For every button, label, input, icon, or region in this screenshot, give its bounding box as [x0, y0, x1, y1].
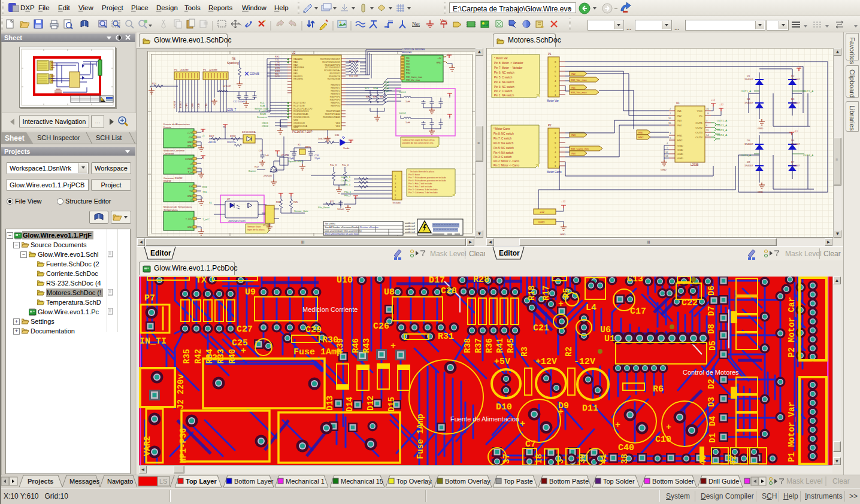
svg-text:Size A4 Number =Document: Size A4 Number =DocumentNumber	[325, 226, 360, 229]
svg-text:Buzzer: Buzzer	[249, 169, 256, 172]
svg-text:C26: C26	[373, 321, 389, 332]
svg-text:D30: D30	[335, 133, 340, 136]
svg-text:EN2: EN2	[638, 136, 644, 139]
svg-text:+: +	[390, 341, 396, 351]
svg-text:D8: D8	[707, 324, 716, 334]
svg-text:No =title=: No =title=	[325, 222, 336, 225]
svg-text:U7: U7	[227, 198, 231, 201]
svg-text:=address1: =address1	[405, 222, 415, 224]
svg-text:D15: D15	[387, 397, 396, 412]
svg-text:R25: R25	[293, 201, 298, 204]
svg-text:U1: U1	[676, 102, 680, 105]
svg-text:D7: D7	[791, 160, 795, 163]
svg-text:GND: GND	[187, 226, 193, 229]
svg-text:Control de Motores: Control de Motores	[683, 369, 739, 376]
svg-text:Mechanical 15: Mechanical 15	[341, 478, 383, 485]
svg-text:D5: D5	[747, 139, 750, 142]
svg-text:D4: D4	[747, 98, 750, 101]
svg-text:16: 16	[706, 107, 709, 110]
svg-text:* Teclado libre de la placa: * Teclado libre de la placa	[408, 171, 435, 173]
svg-text:1N4007: 1N4007	[744, 78, 753, 81]
svg-text:D2: D2	[707, 379, 716, 389]
svg-text:R40: R40	[228, 349, 237, 364]
svg-text:R9: R9	[373, 95, 377, 98]
svg-text:-12V: -12V	[574, 357, 595, 367]
svg-text:1uF: 1uF	[265, 154, 269, 157]
svg-text:+12: +12	[719, 103, 724, 106]
svg-text:OUT3_A: OUT3_A	[717, 129, 727, 132]
svg-text:1N4007: 1N4007	[791, 101, 800, 104]
svg-text:R3: R3	[520, 347, 529, 357]
svg-text:+12: +12	[561, 200, 566, 203]
svg-text:Pin 5: NC switch: Pin 5: NC switch	[493, 147, 514, 150]
svg-text:SCL: SCL	[365, 87, 370, 90]
svg-text:Mask Level: Mask Level	[786, 477, 823, 485]
svg-text:OUT2_A: OUT2_A	[717, 124, 727, 127]
svg-text:D8: D8	[747, 160, 750, 163]
svg-text:Pin 3: Columna 3 del teclado: Pin 3: Columna 3 del teclado	[408, 189, 438, 191]
svg-text:U10: U10	[337, 277, 353, 286]
svg-text:TX: TX	[196, 277, 207, 286]
svg-text:+5: +5	[202, 134, 205, 137]
svg-text:X1: X1	[298, 143, 301, 146]
svg-text:SW_Var_max: SW_Var_max	[571, 78, 588, 81]
svg-text:42: 42	[728, 455, 738, 465]
svg-text:D6: D6	[707, 286, 716, 296]
svg-text:10: 10	[668, 117, 671, 120]
svg-text:R4/7: R4/7	[209, 135, 214, 138]
svg-text:C22: C22	[682, 298, 698, 308]
svg-text:R36: R36	[484, 338, 494, 353]
svg-text:OUT4_A: OUT4_A	[803, 154, 813, 157]
svg-text:Verde: Verde	[343, 147, 350, 150]
svg-text:R34: R34	[205, 349, 214, 364]
svg-text:D2: D2	[791, 74, 795, 77]
svg-text:GND: GND	[758, 190, 763, 193]
svg-text:Date =CurrentDate Time =C: Date =CurrentDate Time =CurrentTime	[325, 230, 362, 232]
svg-text:Top Overlay: Top Overlay	[396, 478, 432, 485]
svg-text:T_in/C: T_in/C	[186, 218, 192, 220]
svg-text:Pin 7: C switch: Pin 7: C switch	[493, 137, 512, 140]
svg-text:=address3: =address3	[405, 228, 415, 230]
svg-text:Vcc: Vcc	[440, 19, 447, 23]
svg-text:Net: Net	[412, 21, 420, 27]
svg-text:R8: R8	[366, 95, 370, 98]
svg-text:TX: TX	[189, 190, 192, 193]
svg-text:Pin 4: NA switch: Pin 4: NA switch	[493, 151, 514, 154]
svg-text:GND: GND	[187, 145, 193, 147]
svg-text:+12: +12	[711, 98, 716, 101]
svg-text:+12: +12	[794, 130, 798, 133]
svg-text:R22K: R22K	[230, 135, 236, 138]
svg-text:22pF: 22pF	[288, 157, 294, 160]
svg-text:D5: D5	[708, 341, 717, 351]
svg-text:GND: GND	[677, 148, 683, 151]
svg-text:Mechanical 1: Mechanical 1	[286, 478, 325, 485]
svg-text:HP1-P36: HP1-P36	[178, 428, 188, 463]
svg-text:D1: D1	[747, 74, 750, 77]
svg-text:Pin 1: Motor -> Carro: Pin 1: Motor -> Carro	[493, 164, 519, 167]
svg-text:C28: C28	[441, 286, 457, 296]
svg-text:Top Solder: Top Solder	[603, 478, 635, 485]
svg-text:Fila_3: Fila_3	[330, 163, 337, 166]
svg-text:37: 37	[502, 454, 511, 464]
svg-text:* Motor Carro: * Motor Carro	[493, 127, 510, 130]
svg-text:GND: GND	[758, 127, 763, 130]
svg-text:D1: D1	[708, 433, 717, 443]
svg-text:OUT2: OUT2	[695, 126, 702, 129]
svg-text:RS232: RS232	[163, 180, 171, 183]
svg-text:+: +	[666, 423, 671, 433]
svg-text:2K07/Vo: 2K07/Vo	[227, 141, 237, 144]
svg-text:VAR2: VAR2	[143, 436, 152, 456]
svg-text:* Motor Var: * Motor Var	[494, 57, 508, 60]
svg-text:OUT1: OUT1	[695, 122, 702, 125]
svg-text:TX1: TX1	[202, 190, 207, 193]
svg-text:1N4007: 1N4007	[791, 164, 800, 167]
svg-text:Top Layer: Top Layer	[186, 478, 217, 485]
svg-text:R17: R17	[255, 165, 259, 168]
svg-text:Revision =Revision: Revision =Revision	[360, 226, 378, 229]
svg-text:Messages: Messages	[69, 478, 100, 485]
svg-text:R46: R46	[351, 338, 361, 353]
svg-text:Pin 2: Motor <- Carro: Pin 2: Motor <- Carro	[493, 160, 519, 163]
svg-text:Pin 2: C switch: Pin 2: C switch	[494, 90, 513, 93]
svg-text:Pin 7: Motor -- Variador: Pin 7: Motor -- Variador	[494, 66, 523, 69]
svg-text:R43: R43	[362, 338, 371, 353]
